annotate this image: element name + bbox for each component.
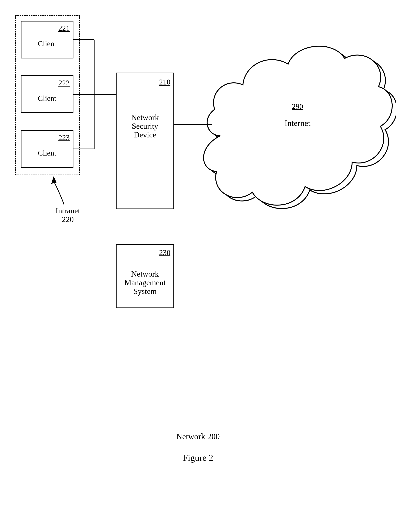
- nsd-label: Network Security Device: [116, 113, 174, 139]
- intranet-pointer: [54, 181, 64, 204]
- client-222-number: 222: [57, 79, 70, 87]
- intranet-arrowhead: [51, 176, 57, 184]
- client-223-label: Client: [21, 149, 73, 157]
- diagram-page: 221 Client 222 Client 223 Client 210 Net…: [0, 0, 396, 532]
- client-221-number: 221: [57, 24, 70, 32]
- network-security-device-box: [116, 72, 174, 209]
- nms-label: Network Management System: [116, 269, 174, 296]
- client-223-number: 223: [57, 134, 70, 141]
- internet-number-top: 290: [290, 103, 305, 110]
- figure-title: Figure 2: [0, 452, 396, 463]
- nms-number: 230: [156, 249, 170, 256]
- intranet-label: Intranet 220: [49, 206, 87, 224]
- internet-label-top: Internet: [264, 119, 332, 128]
- nsd-number: 210: [156, 78, 170, 86]
- client-222-label: Client: [21, 94, 73, 102]
- figure-caption: Network 200: [0, 432, 396, 441]
- client-221-label: Client: [21, 40, 73, 48]
